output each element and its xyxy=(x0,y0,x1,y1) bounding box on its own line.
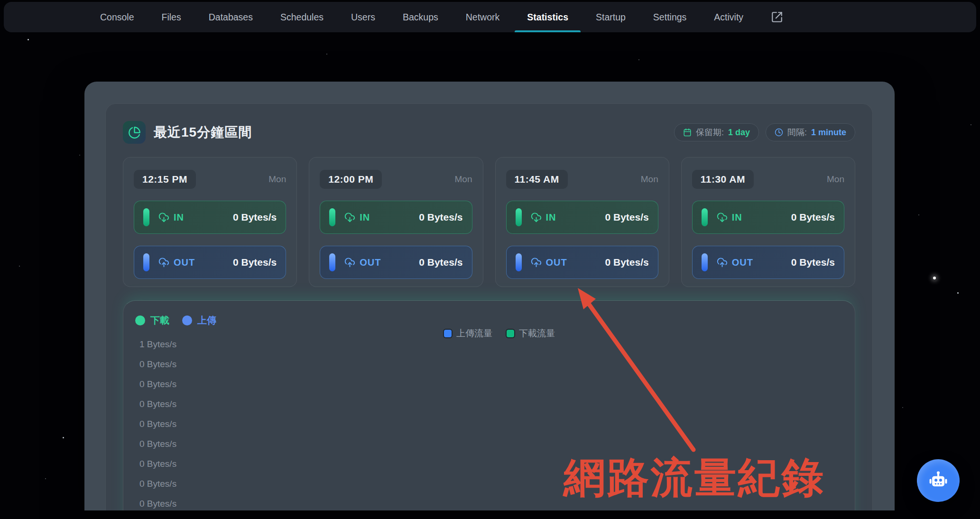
tab-files[interactable]: Files xyxy=(162,2,181,32)
in-value: 0 Bytes/s xyxy=(605,212,649,223)
tab-schedules[interactable]: Schedules xyxy=(280,2,324,32)
download-swatch-icon xyxy=(507,330,514,337)
out-value: 0 Bytes/s xyxy=(233,257,277,268)
tab-label: Users xyxy=(351,12,375,23)
out-label: OUT xyxy=(360,257,381,268)
y-tick: 0 Bytes/s xyxy=(139,399,843,409)
tab-label: Statistics xyxy=(527,12,568,23)
upload-traffic-label: 上傳流量 xyxy=(456,327,492,340)
day-label: Mon xyxy=(455,174,472,185)
screen: Console Files Databases Schedules Users … xyxy=(0,0,980,519)
cloud-upload-icon xyxy=(158,257,169,268)
in-label: IN xyxy=(360,212,370,223)
pie-chart-icon xyxy=(123,121,146,144)
outbound-row: OUT 0 Bytes/s xyxy=(506,246,658,279)
out-value: 0 Bytes/s xyxy=(791,257,835,268)
star xyxy=(918,214,919,215)
time-card-1200pm: 12:00 PM Mon IN 0 Bytes/s xyxy=(309,157,483,287)
star xyxy=(28,39,29,40)
out-bar xyxy=(143,253,149,271)
out-value: 0 Bytes/s xyxy=(605,257,649,268)
in-bar xyxy=(516,208,522,226)
in-value: 0 Bytes/s xyxy=(233,212,277,223)
in-label: IN xyxy=(546,212,556,223)
cloud-download-icon xyxy=(717,212,728,223)
tab-label: Schedules xyxy=(280,12,324,23)
cloud-upload-icon xyxy=(531,257,542,268)
in-bar xyxy=(702,208,708,226)
interval-value: 1 minute xyxy=(811,128,846,138)
tab-label: Startup xyxy=(596,12,626,23)
y-tick: 0 Bytes/s xyxy=(139,380,843,389)
time-chip: 11:30 AM xyxy=(692,170,754,189)
in-value: 0 Bytes/s xyxy=(419,212,462,223)
out-value: 0 Bytes/s xyxy=(419,257,462,268)
out-label: OUT xyxy=(732,257,753,268)
statistics-panel: 最近15分鐘區間 保留期: 1 day 間隔: 1 mi xyxy=(84,82,895,510)
tab-label: Console xyxy=(100,12,134,23)
clock-icon xyxy=(775,128,783,137)
out-label: OUT xyxy=(546,257,567,268)
chart-canvas-legend: 上傳流量 下載流量 xyxy=(144,327,855,340)
robot-icon xyxy=(927,470,949,491)
upload-swatch-icon xyxy=(444,330,452,337)
interval-badge: 間隔: 1 minute xyxy=(766,123,855,141)
tab-activity[interactable]: Activity xyxy=(714,2,743,32)
cloud-download-icon xyxy=(344,212,355,223)
tab-startup[interactable]: Startup xyxy=(596,2,626,32)
y-tick: 0 Bytes/s xyxy=(139,360,843,369)
in-bar xyxy=(143,208,149,226)
legend-upload: 上傳 xyxy=(182,314,216,327)
tab-network[interactable]: Network xyxy=(466,2,500,32)
inbound-row: IN 0 Bytes/s xyxy=(134,201,286,234)
tab-databases[interactable]: Databases xyxy=(209,2,253,32)
inbound-row: IN 0 Bytes/s xyxy=(506,201,658,234)
external-link-icon[interactable] xyxy=(771,11,783,23)
time-chip: 12:15 PM xyxy=(134,170,196,189)
tab-statistics[interactable]: Statistics xyxy=(527,2,568,32)
tab-console[interactable]: Console xyxy=(100,2,134,32)
in-label: IN xyxy=(732,212,742,223)
time-chip: 12:00 PM xyxy=(320,170,382,189)
tab-users[interactable]: Users xyxy=(351,2,375,32)
assistant-fab-button[interactable] xyxy=(917,459,960,502)
tab-label: Backups xyxy=(403,12,438,23)
day-label: Mon xyxy=(827,174,844,185)
time-card-1145am: 11:45 AM Mon IN 0 Bytes/s xyxy=(495,157,669,287)
in-value: 0 Bytes/s xyxy=(791,212,835,223)
time-card-1215pm: 12:15 PM Mon IN 0 Bytes/s xyxy=(123,157,297,287)
time-chip: 11:45 AM xyxy=(506,170,568,189)
download-dot-icon xyxy=(135,315,145,325)
tab-label: Settings xyxy=(653,12,686,23)
annotation-text: 網路流量紀錄 xyxy=(564,450,825,506)
star xyxy=(902,407,903,408)
out-bar xyxy=(329,253,335,271)
tab-label: Activity xyxy=(714,12,743,23)
legend-download-traffic[interactable]: 下載流量 xyxy=(507,327,555,340)
star xyxy=(45,478,46,479)
download-label: 下載 xyxy=(150,314,169,327)
retention-badge: 保留期: 1 day xyxy=(674,123,759,141)
tab-label: Files xyxy=(162,12,181,23)
y-tick: 0 Bytes/s xyxy=(139,439,843,449)
tab-backups[interactable]: Backups xyxy=(403,2,438,32)
outbound-row: OUT 0 Bytes/s xyxy=(320,246,472,279)
retention-label: 保留期: xyxy=(696,127,724,138)
calendar-icon xyxy=(683,128,692,137)
in-bar xyxy=(329,208,335,226)
tab-label: Network xyxy=(466,12,500,23)
card-header: 最近15分鐘區間 保留期: 1 day 間隔: 1 mi xyxy=(123,121,855,144)
header-badges: 保留期: 1 day 間隔: 1 minute xyxy=(674,123,855,141)
tab-settings[interactable]: Settings xyxy=(653,2,686,32)
cloud-upload-icon xyxy=(344,257,355,268)
out-label: OUT xyxy=(174,257,195,268)
inbound-row: IN 0 Bytes/s xyxy=(320,201,472,234)
retention-value: 1 day xyxy=(728,128,750,138)
top-navbar: Console Files Databases Schedules Users … xyxy=(4,2,976,32)
legend-download: 下載 xyxy=(135,314,169,327)
y-tick: 0 Bytes/s xyxy=(139,419,843,429)
upload-dot-icon xyxy=(182,315,192,325)
day-label: Mon xyxy=(268,174,286,185)
cloud-download-icon xyxy=(158,212,169,223)
legend-upload-traffic[interactable]: 上傳流量 xyxy=(444,327,492,340)
